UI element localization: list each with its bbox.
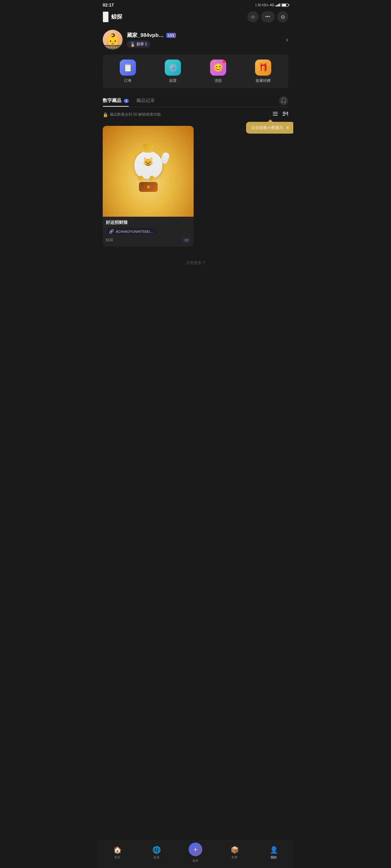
lock-icon: 🔒	[103, 112, 108, 117]
header: ‹ 鲸探 ☆ ••• ⊙	[98, 9, 293, 26]
card-title-lucky-cat: 好运招财猫	[106, 220, 191, 225]
headset-icon[interactable]: 🎧	[279, 96, 288, 105]
sort-tooltip-container: 点击切换小图展示 ✕	[282, 111, 288, 118]
badge-row: 🏅 勋章 1	[127, 41, 281, 48]
action-settings[interactable]: ⚙️ 设置	[165, 60, 181, 83]
avatar: 👶 咋村就差这么	[103, 30, 122, 50]
profile-section: 👶 咋村就差这么 藏家_984vpb… LV1 🏅 勋章 1 ›	[98, 26, 293, 55]
gift-icon: 🎁	[258, 63, 268, 72]
tab-digital-label: 数字藏品	[103, 98, 121, 103]
list-view-button[interactable]	[272, 111, 278, 118]
serial-number: AC#HAOYUN#475581…	[116, 230, 153, 234]
gift-icon-wrap: 🎁	[255, 60, 271, 75]
sort-view-button[interactable]	[282, 111, 288, 118]
settings-label: 设置	[169, 78, 176, 83]
quick-actions: 📋 订单 ⚙️ 设置 😊 消息 🎁 批量转赠	[103, 55, 288, 88]
lock-info: 🔒 藏品数量达到 50 解锁搜索功能	[103, 112, 161, 117]
no-more-text: 没有更多了	[98, 250, 293, 276]
tabs-section: 数字藏品 1 藏品记录 🎧	[98, 95, 293, 107]
svg-rect-4	[283, 114, 287, 114]
profile-chevron[interactable]: ›	[286, 35, 288, 44]
tab-right: 🎧	[279, 96, 288, 105]
view-icons: 点击切换小图展示 ✕	[272, 111, 288, 118]
card-platform: 鲸探	[106, 238, 113, 243]
tab-collection-record[interactable]: 藏品记录	[136, 95, 155, 106]
header-icons: ☆ ••• ⊙	[247, 11, 288, 22]
tooltip-close-button[interactable]: ✕	[286, 125, 289, 130]
profile-name-row: 藏家_984vpb… LV1	[127, 32, 281, 39]
tab-digital-collections[interactable]: 数字藏品 1	[103, 95, 129, 106]
messages-icon: 😊	[213, 63, 223, 72]
status-right: 1.90 KB/s 4G	[255, 3, 288, 7]
card-image-lucky-cat: 😸 金	[103, 126, 194, 217]
profile-info: 藏家_984vpb… LV1 🏅 勋章 1	[127, 32, 281, 48]
profile-username: 藏家_984vpb…	[127, 32, 164, 39]
level-badge: LV1	[166, 33, 176, 38]
more-button[interactable]: •••	[261, 11, 275, 22]
collection-info-section: 🔒 藏品数量达到 50 解锁搜索功能	[98, 107, 293, 122]
action-gift[interactable]: 🎁 批量转赠	[255, 60, 271, 83]
messages-icon-wrap: 😊	[210, 60, 226, 75]
signal-icon	[276, 3, 280, 6]
card-body-lucky-cat: 好运招财猫 🔗 AC#HAOYUN#475581… 鲸探 3D	[103, 217, 194, 246]
card-3d-badge: 3D	[183, 238, 191, 243]
back-button[interactable]: ‹	[103, 11, 109, 22]
network-type: 4G	[270, 3, 274, 7]
battery-icon	[281, 3, 288, 7]
messages-notification-dot	[223, 60, 226, 63]
svg-rect-2	[273, 115, 278, 116]
gift-label: 批量转赠	[256, 78, 271, 83]
medal-icon: 🏅	[130, 42, 135, 47]
svg-rect-5	[283, 115, 285, 116]
settings-icon-wrap: ⚙️	[165, 60, 181, 75]
lock-text: 藏品数量达到 50 解锁搜索功能	[110, 112, 161, 117]
tabs-row: 数字藏品 1 藏品记录 🎧	[103, 95, 288, 107]
battery-fill	[282, 4, 286, 6]
avatar-label: 咋村就差这么	[103, 45, 122, 50]
record-button[interactable]: ⊙	[277, 11, 288, 22]
svg-rect-1	[273, 114, 278, 114]
orders-label: 订单	[124, 78, 132, 83]
collection-card-lucky-cat[interactable]: 😸 金 好运招财猫 🔗 AC#HAOY	[103, 126, 194, 246]
bookmark-button[interactable]: ☆	[247, 11, 258, 22]
action-orders[interactable]: 📋 订单	[120, 60, 136, 83]
page-title: 鲸探	[111, 13, 245, 21]
medal-label: 勋章 1	[137, 41, 147, 47]
network-speed: 1.90 KB/s	[255, 3, 269, 7]
svg-rect-0	[273, 112, 278, 113]
action-messages[interactable]: 😊 消息	[210, 60, 226, 83]
tab-digital-badge: 1	[124, 99, 129, 103]
messages-label: 消息	[215, 78, 222, 83]
medal-badge[interactable]: 🏅 勋章 1	[127, 41, 150, 48]
status-time: 02:17	[103, 2, 114, 7]
level-text: LV1	[168, 33, 174, 37]
collection-grid: 😸 金 好运招财猫 🔗 AC#HAOY	[98, 122, 293, 250]
serial-icon: 🔗	[109, 229, 114, 234]
settings-icon: ⚙️	[168, 63, 178, 72]
card-serial-lucky-cat: 🔗 AC#HAOYUN#475581…	[106, 228, 157, 235]
orders-icon-wrap: 📋	[120, 60, 136, 75]
orders-icon: 📋	[123, 63, 133, 72]
collection-bar: 🔒 藏品数量达到 50 解锁搜索功能	[98, 107, 293, 122]
status-bar: 02:17 1.90 KB/s 4G	[98, 0, 293, 9]
card-footer-lucky-cat: 鲸探 3D	[106, 238, 191, 243]
tooltip-text: 点击切换小图展示	[251, 125, 283, 130]
switch-view-tooltip: 点击切换小图展示 ✕	[246, 122, 293, 134]
tab-record-label: 藏品记录	[136, 98, 155, 103]
svg-rect-3	[283, 112, 286, 113]
